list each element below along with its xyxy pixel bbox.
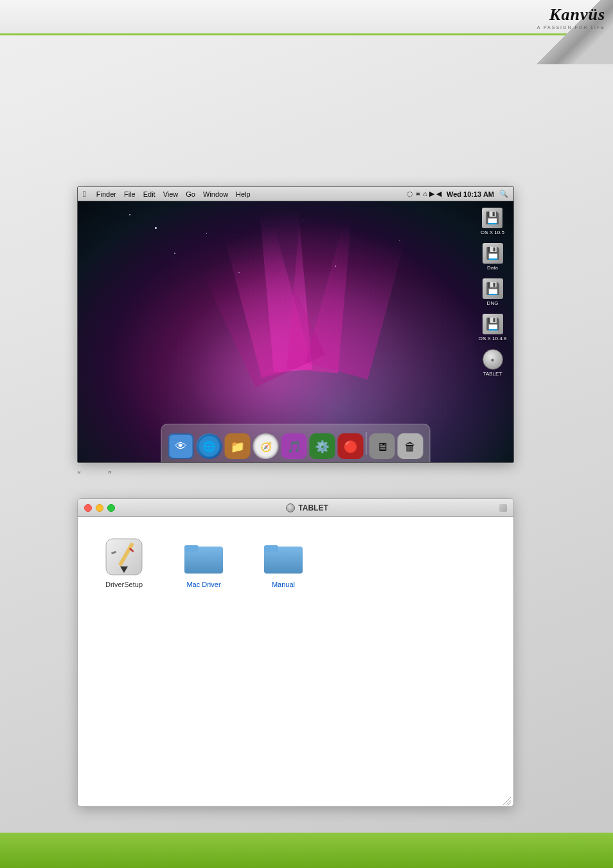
manual-icon [263, 536, 304, 577]
mac-screenshot:  Finder File Edit View Go Window Help ◌… [77, 186, 514, 463]
finder-item-driversetup[interactable]: DriverSetup [103, 536, 145, 588]
svg-line-31 [506, 800, 511, 805]
dock-app3: 🔴 [338, 433, 364, 459]
svg-text:🗑: 🗑 [405, 440, 416, 453]
star-4 [303, 221, 303, 221]
mac-dock: 👁 🌐 📁 🧭 🎵 ⚙️ 🔴 🖥 [161, 424, 431, 462]
close-button[interactable] [84, 504, 92, 512]
sidebar-drive-icon-1: 💾 [482, 208, 502, 228]
menu-go: Go [186, 190, 195, 198]
sidebar-label-5: TABLET [483, 371, 502, 377]
sidebar-label-2: Data [487, 265, 498, 271]
sidebar-disc-icon: ● [483, 349, 503, 370]
sidebar-os-x-1049: 💾 OS X 10.4.9 [479, 314, 507, 341]
star-6 [399, 240, 400, 240]
svg-text:🧭: 🧭 [260, 442, 272, 453]
resize-button[interactable] [499, 504, 507, 512]
star-5 [335, 266, 336, 267]
finder-window-title: TABLET [298, 503, 328, 512]
menubar-search-icon: 🔍 [499, 190, 508, 198]
window-resize-handle[interactable] [502, 796, 511, 805]
dock-app1: 📁 [225, 433, 251, 459]
mac-desktop: 💾 OS X 10.5 💾 Data 💾 DNG 💾 OS [78, 201, 513, 462]
sidebar-os-x-105: 💾 OS X 10.5 [481, 208, 504, 235]
quote-close: ” [107, 469, 111, 480]
macdriver-label: Mac Driver [186, 581, 220, 588]
apple-icon:  [83, 189, 86, 199]
finder-window: TABLET [77, 498, 514, 807]
dock-itunes: 🎵 [281, 433, 307, 459]
menu-edit: Edit [143, 190, 155, 198]
mac-sidebar: 💾 OS X 10.5 💾 Data 💾 DNG 💾 OS [472, 201, 513, 462]
quote-space [83, 469, 105, 480]
brand-name: Kanvüs [549, 5, 605, 24]
menu-window: Window [203, 190, 228, 198]
brand-tagline: A PASSION FOR LIFE [537, 25, 605, 30]
menubar-time: Wed 10:13 AM [447, 190, 494, 198]
sidebar-drive-icon-3: 💾 [483, 278, 503, 299]
sidebar-drive-icon-2: 💾 [483, 243, 503, 264]
menubar-right: ◌ ∗ ⌂ ▶ ◀ Wed 10:13 AM 🔍 [407, 190, 508, 198]
mac-menubar:  Finder File Edit View Go Window Help ◌… [78, 187, 513, 201]
menu-finder: Finder [96, 190, 116, 198]
dock-earth: 🌐 [197, 433, 222, 459]
sidebar-drive-icon-4: 💾 [483, 314, 503, 334]
maximize-button[interactable] [107, 504, 115, 512]
svg-text:🖥: 🖥 [377, 440, 388, 453]
svg-rect-29 [264, 545, 278, 552]
finder-item-macdriver[interactable]: Mac Driver [183, 536, 224, 588]
star-2 [206, 233, 207, 234]
sidebar-label-4: OS X 10.4.9 [479, 336, 507, 341]
top-bar: Kanvüs A PASSION FOR LIFE [0, 0, 613, 35]
sidebar-data: 💾 Data [483, 243, 503, 271]
quote-open: “ [77, 469, 80, 480]
svg-line-32 [508, 802, 511, 805]
sidebar-tablet: ● TABLET [483, 349, 503, 377]
svg-text:🎵: 🎵 [287, 440, 302, 454]
finder-titlebar: TABLET [78, 499, 513, 517]
disc-icon [286, 503, 295, 512]
menu-view: View [163, 190, 179, 198]
dock-safari: 🧭 [253, 433, 279, 459]
driversetup-icon [103, 536, 145, 577]
sidebar-label-1: OS X 10.5 [481, 230, 504, 235]
menu-file: File [124, 190, 136, 198]
dock-trash: 🗑 [398, 433, 423, 459]
driversetup-label: DriverSetup [105, 581, 143, 588]
macdriver-icon [183, 536, 224, 577]
star-7 [238, 272, 240, 273]
svg-text:📁: 📁 [231, 440, 245, 454]
dock-finder: 👁 [168, 433, 194, 459]
svg-text:⚙️: ⚙️ [315, 440, 330, 454]
star-3 [174, 253, 175, 254]
manual-label: Manual [272, 581, 295, 588]
svg-text:🔴: 🔴 [344, 440, 359, 454]
finder-title-area: TABLET [119, 503, 495, 512]
menu-help: Help [236, 190, 251, 198]
dock-app2: ⚙️ [310, 433, 335, 459]
star-bright [155, 227, 157, 229]
menubar-clock: ◌ ∗ ⌂ ▶ ◀ [407, 190, 441, 198]
star-1 [129, 214, 130, 215]
svg-rect-27 [184, 545, 199, 552]
svg-text:🌐: 🌐 [203, 440, 216, 453]
bottom-bar [0, 833, 613, 868]
finder-content: DriverSetup Mac Driver [78, 517, 513, 608]
sidebar-dng: 💾 DNG [483, 278, 503, 306]
finder-item-manual[interactable]: Manual [263, 536, 304, 588]
svg-text:👁: 👁 [175, 440, 187, 453]
dock-divider [366, 432, 367, 455]
quote-container: “ ” [77, 469, 111, 480]
dock-system: 🖥 [369, 433, 395, 459]
minimize-button[interactable] [96, 504, 103, 512]
sidebar-label-3: DNG [487, 300, 499, 306]
logo-area: Kanvüs A PASSION FOR LIFE [484, 0, 613, 64]
